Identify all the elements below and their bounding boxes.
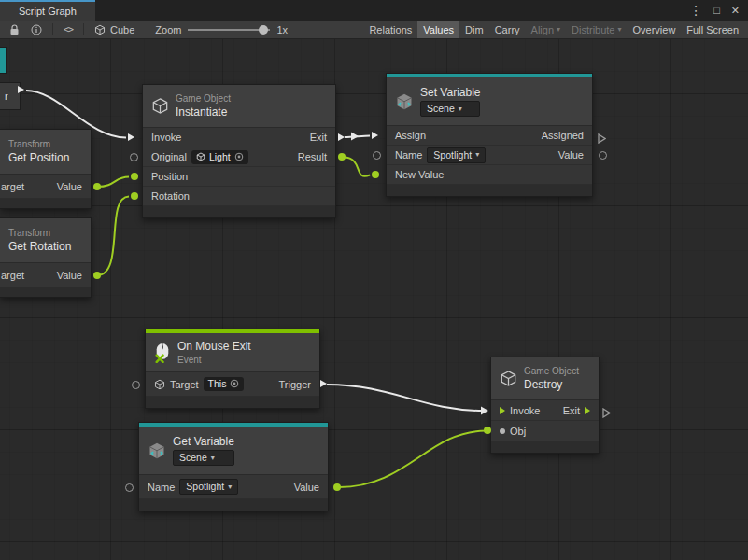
code-view-icon[interactable]: <> [58, 21, 78, 38]
wire-arrowhead [481, 407, 488, 415]
zoom-label: Zoom [155, 24, 181, 35]
target-object-button[interactable]: Cube [89, 24, 140, 35]
original-object-field[interactable]: Light [191, 150, 248, 164]
node-get-rotation[interactable]: Transform Get Rotation arget Value [0, 217, 92, 298]
node-destroy[interactable]: Game Object Destroy Invoke Exit Obj [490, 357, 600, 454]
set-variable-assigned-output-port[interactable] [598, 131, 606, 147]
node-instantiate[interactable]: Game Object Instantiate Invoke Exit Orig… [142, 84, 336, 218]
align-button[interactable]: Align ▾ [526, 21, 566, 38]
set-variable-name-input-port[interactable] [373, 151, 381, 160]
node-fragment-teal[interactable] [0, 47, 7, 74]
chevron-down-icon: ▾ [557, 25, 560, 34]
distribute-button[interactable]: Distribute ▾ [566, 21, 627, 38]
zoom-slider-track [188, 29, 270, 31]
original-port-label: Original [151, 151, 187, 162]
get-rotation-value-output-port[interactable] [93, 272, 101, 279]
relations-button[interactable]: Relations [363, 21, 417, 38]
node-category: Game Object [524, 366, 579, 377]
node-set-variable[interactable]: Set Variable Scene ▾ Assign Assigned Nam… [386, 73, 593, 197]
node-header: Transform Get Rotation [0, 218, 91, 263]
node-footer [491, 441, 599, 453]
wire-rotation-value[interactable] [97, 197, 129, 276]
carry-button[interactable]: Carry [489, 21, 526, 38]
set-variable-value-output-port[interactable] [599, 151, 607, 160]
instantiate-rotation-input-port[interactable] [131, 192, 138, 200]
maximize-icon[interactable]: □ [713, 6, 720, 16]
toolbar-separator [83, 23, 84, 35]
instantiate-position-input-port[interactable] [131, 173, 138, 180]
destroy-exit-output-port[interactable] [602, 405, 611, 422]
set-variable-new-value-input-port[interactable] [372, 171, 379, 178]
name-port-label: Name [148, 482, 175, 493]
wire-result-to-new-value[interactable] [344, 158, 370, 176]
obj-port-label: Obj [510, 426, 526, 437]
instantiate-exit-output-port[interactable] [338, 133, 345, 141]
values-button[interactable]: Values [417, 21, 459, 38]
node-header: Set Variable Scene ▾ [387, 77, 592, 126]
node-get-position[interactable]: Transform Get Position arget Value [0, 129, 92, 209]
window-controls: ⋮ □ ✕ [689, 0, 748, 21]
node-on-mouse-exit[interactable]: On Mouse Exit Event Target This Trigger [145, 329, 320, 409]
node-header: Transform Get Position [0, 130, 91, 175]
variable-scope-dropdown[interactable]: Scene ▾ [173, 450, 234, 466]
node-row: Invoke Exit [491, 400, 599, 421]
tab-bar: Script Graph ⋮ □ ✕ [0, 0, 748, 21]
node-footer [146, 397, 319, 408]
invoke-input-port[interactable] [500, 407, 505, 414]
wire-trigger-to-invoke[interactable] [327, 385, 483, 411]
zoom-control: Zoom 1x [155, 24, 288, 35]
cube-icon [500, 370, 517, 387]
graph-toolbar: <> Cube Zoom 1x Relations Values Dim Car… [0, 21, 748, 39]
wire-variable-to-obj[interactable] [339, 431, 486, 488]
name-port-label: Name [395, 149, 422, 161]
tab-script-graph[interactable]: Script Graph [0, 0, 95, 21]
fragment-output-port[interactable] [18, 86, 24, 93]
get-position-value-output-port[interactable] [93, 183, 101, 190]
invoke-port-label: Invoke [510, 405, 540, 416]
variable-name-value: Spotlight [186, 481, 224, 492]
chevron-down-icon: ▾ [228, 483, 232, 491]
instantiate-invoke-input-port[interactable] [128, 133, 134, 141]
node-header: Get Variable Scene ▾ [139, 427, 328, 475]
position-port-label: Position [151, 171, 188, 182]
kebab-menu-icon[interactable]: ⋮ [689, 4, 702, 17]
node-row: New Value [387, 165, 592, 185]
exit-output-port[interactable] [585, 407, 590, 414]
instantiate-result-output-port[interactable] [338, 153, 346, 161]
on-mouse-exit-target-input-port[interactable] [132, 381, 140, 389]
value-port-label: Value [294, 482, 319, 493]
close-icon[interactable]: ✕ [731, 6, 740, 16]
set-variable-assign-input-port[interactable] [372, 132, 378, 139]
variable-name-dropdown[interactable]: Spotlight ▾ [427, 147, 486, 163]
dim-button[interactable]: Dim [459, 21, 489, 38]
value-port-label: Value [57, 270, 82, 281]
zoom-slider-handle[interactable] [259, 25, 268, 35]
invoke-port-label: Invoke [151, 132, 181, 143]
node-header: Game Object Instantiate [143, 85, 335, 128]
on-mouse-exit-trigger-output-port[interactable] [320, 380, 327, 387]
destroy-obj-wire-end-port[interactable] [484, 427, 491, 434]
instantiate-original-input-port[interactable] [130, 153, 138, 161]
node-row: Target This Trigger [146, 372, 319, 397]
graph-canvas[interactable]: r Transform Get Position arget Value Tra… [0, 39, 748, 560]
lock-icon[interactable] [4, 21, 25, 38]
info-icon[interactable] [25, 21, 48, 38]
zoom-slider[interactable] [188, 24, 270, 35]
object-picker-icon[interactable] [230, 379, 239, 388]
node-row: Obj [491, 421, 599, 441]
variable-scope-dropdown[interactable]: Scene ▾ [420, 101, 480, 117]
full-screen-button[interactable]: Full Screen [681, 21, 744, 38]
wire-position-value[interactable] [97, 177, 129, 188]
original-object-value: Light [209, 151, 231, 162]
object-picker-icon[interactable] [234, 152, 244, 161]
node-get-variable[interactable]: Get Variable Scene ▾ Name Spotlight ▾ Va… [138, 422, 329, 511]
get-variable-value-output-port[interactable] [333, 483, 341, 491]
get-variable-name-input-port[interactable] [125, 483, 134, 492]
target-object-field[interactable]: This [204, 377, 245, 391]
node-title: Set Variable [420, 86, 480, 99]
overview-button[interactable]: Overview [628, 21, 682, 38]
obj-input-port[interactable] [500, 428, 505, 434]
assigned-port-label: Assigned [542, 130, 584, 141]
variable-name-dropdown[interactable]: Spotlight ▾ [179, 479, 238, 495]
exit-port-label: Exit [310, 132, 327, 143]
